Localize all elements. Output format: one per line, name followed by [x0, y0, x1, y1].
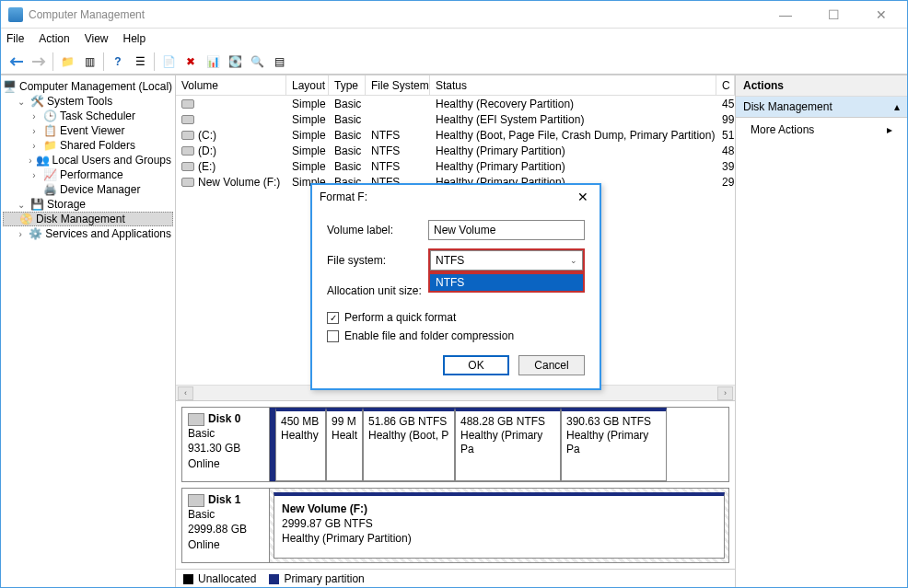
disk1-partitions: New Volume (F:) 2999.87 GB NTFS Healthy … — [270, 489, 728, 562]
tree-event-viewer[interactable]: ›📋Event Viewer — [3, 123, 173, 138]
chart-icon: 📊 — [206, 55, 220, 68]
tree-shared-folders[interactable]: ›📁Shared Folders — [3, 138, 173, 153]
event-icon: 📋 — [43, 124, 56, 137]
col-status[interactable]: Status — [430, 75, 716, 95]
disk0-info: Disk 0 Basic 931.30 GB Online — [182, 408, 270, 481]
pane-icon: ▥ — [85, 55, 95, 68]
col-layout[interactable]: Layout — [286, 75, 329, 95]
col-volume[interactable]: Volume — [176, 75, 286, 95]
quick-format-checkbox[interactable]: ✓ Perform a quick format — [327, 311, 585, 324]
console-tree[interactable]: 🖥️Computer Management (Local) ⌄🛠️System … — [1, 75, 176, 587]
tree-disk-management[interactable]: 📀Disk Management — [3, 212, 173, 226]
dialog-titlebar[interactable]: Format F: ✕ — [312, 185, 600, 209]
compression-checkbox[interactable]: Enable file and folder compression — [327, 329, 585, 342]
share-icon: 📁 — [43, 139, 56, 152]
help-icon: ? — [114, 55, 121, 68]
actions-more[interactable]: More Actions ▸ — [736, 118, 907, 142]
disk1-info: Disk 1 Basic 2999.88 GB Online — [182, 489, 270, 562]
disk0-partitions: 450 MBHealthy99 MHealt51.86 GB NTFSHealt… — [270, 408, 728, 481]
app-icon — [8, 7, 23, 22]
chevron-up-icon[interactable]: ▴ — [894, 100, 900, 113]
scroll-right-icon[interactable]: › — [717, 386, 733, 400]
rescan-button[interactable]: 💽 — [225, 52, 245, 72]
dialog-title: Format F: — [320, 190, 367, 203]
volume-row[interactable]: (C:)SimpleBasicNTFSHealthy (Boot, Page F… — [176, 127, 735, 143]
expand-icon[interactable]: › — [29, 111, 40, 121]
tree-system-tools[interactable]: ⌄🛠️System Tools — [3, 94, 173, 109]
legend-primary: Primary partition — [269, 572, 364, 585]
tree-root[interactable]: 🖥️Computer Management (Local) — [3, 79, 173, 94]
scroll-left-icon[interactable]: ‹ — [178, 386, 193, 400]
col-filesystem[interactable]: File System — [366, 75, 430, 95]
computer-icon: 🖥️ — [3, 80, 16, 93]
refresh-button[interactable]: 📄 — [158, 52, 179, 72]
actions-group[interactable]: Disk Management ▴ — [736, 97, 907, 118]
help-button[interactable]: ? — [108, 52, 128, 72]
menu-view[interactable]: View — [85, 32, 109, 45]
properties-button[interactable]: ☰ — [130, 52, 150, 72]
toolbar: 📁 ▥ ? ☰ 📄 ✖ 📊 💽 🔍 ▤ — [1, 49, 907, 75]
dialog-close-button[interactable]: ✕ — [574, 190, 592, 204]
disk0-partition[interactable]: 450 MBHealthy — [275, 408, 326, 481]
search-button[interactable]: 🔍 — [247, 52, 267, 72]
collapse-icon[interactable]: ⌄ — [16, 97, 27, 107]
cancel-button[interactable]: Cancel — [518, 355, 585, 375]
analyze-button[interactable]: 📊 — [203, 52, 223, 72]
menu-action[interactable]: Action — [39, 32, 69, 45]
expand-icon[interactable]: › — [16, 229, 25, 239]
tree-local-users[interactable]: ›👥Local Users and Groups — [3, 153, 173, 167]
filesystem-select[interactable]: NTFS⌄ NTFS — [428, 248, 585, 272]
delete-button[interactable]: ✖ — [180, 52, 201, 72]
tree-storage[interactable]: ⌄💾Storage — [3, 197, 173, 212]
close-button[interactable]: ✕ — [863, 7, 900, 22]
back-button[interactable] — [6, 52, 27, 72]
diskmgmt-icon: 📀 — [19, 213, 32, 225]
volume-row[interactable]: SimpleBasicHealthy (Recovery Partition)4… — [176, 96, 735, 111]
tree-task-scheduler[interactable]: ›🕒Task Scheduler — [3, 109, 173, 123]
disk1-block[interactable]: Disk 1 Basic 2999.88 GB Online New Volum… — [181, 488, 729, 563]
disk0-partition[interactable]: 51.86 GB NTFSHealthy (Boot, P — [363, 408, 455, 481]
disk0-partition[interactable]: 99 MHealt — [326, 408, 363, 481]
col-c[interactable]: C — [716, 75, 735, 95]
delete-icon: ✖ — [186, 55, 195, 68]
forward-button[interactable] — [29, 52, 49, 72]
refresh-icon: 📄 — [162, 55, 176, 68]
volume-label-input[interactable] — [428, 220, 585, 240]
expand-icon[interactable]: › — [29, 126, 40, 136]
collapse-icon[interactable]: ⌄ — [16, 200, 27, 210]
disk-icon — [188, 413, 204, 426]
expand-icon[interactable]: › — [29, 170, 40, 180]
tree-device-manager[interactable]: 🖨️Device Manager — [3, 182, 173, 197]
volume-list[interactable]: SimpleBasicHealthy (Recovery Partition)4… — [176, 96, 735, 190]
volume-row[interactable]: (D:)SimpleBasicNTFSHealthy (Primary Part… — [176, 143, 735, 158]
ok-button[interactable]: OK — [443, 355, 509, 375]
col-type[interactable]: Type — [329, 75, 366, 95]
settings-button[interactable]: ▤ — [269, 52, 289, 72]
legend: Unallocated Primary partition — [176, 569, 735, 587]
properties-icon: ☰ — [135, 55, 146, 68]
window-title: Computer Management — [29, 8, 145, 21]
menu-help[interactable]: Help — [123, 32, 146, 45]
disk-icon: 💽 — [228, 55, 242, 68]
tree-services[interactable]: ›⚙️Services and Applications — [3, 226, 173, 241]
filesystem-dropdown[interactable]: NTFS — [428, 272, 585, 293]
disk1-partition[interactable]: New Volume (F:) 2999.87 GB NTFS Healthy … — [274, 492, 725, 559]
menu-file[interactable]: File — [6, 32, 24, 45]
up-button[interactable]: 📁 — [57, 52, 77, 72]
expand-icon[interactable]: › — [29, 156, 32, 166]
tree-performance[interactable]: ›📈Performance — [3, 167, 173, 182]
disk0-partition[interactable]: 390.63 GB NTFSHealthy (Primary Pa — [561, 408, 667, 481]
show-hide-tree-button[interactable]: ▥ — [79, 52, 99, 72]
format-dialog: Format F: ✕ Volume label: File system: N… — [310, 183, 601, 390]
expand-icon[interactable]: › — [29, 141, 40, 151]
volume-row[interactable]: (E:)SimpleBasicNTFSHealthy (Primary Part… — [176, 158, 735, 174]
filesystem-option-ntfs[interactable]: NTFS — [430, 274, 583, 291]
maximize-button[interactable]: ☐ — [815, 7, 852, 22]
disk0-partition[interactable]: 488.28 GB NTFSHealthy (Primary Pa — [455, 408, 561, 481]
volume-list-header[interactable]: Volume Layout Type File System Status C — [176, 75, 735, 96]
disk0-block[interactable]: Disk 0 Basic 931.30 GB Online 450 MBHeal… — [181, 407, 729, 482]
minimize-button[interactable]: — — [767, 7, 804, 22]
disk-icon — [188, 494, 204, 507]
label-volume: Volume label: — [327, 224, 428, 236]
volume-row[interactable]: SimpleBasicHealthy (EFI System Partition… — [176, 111, 735, 127]
